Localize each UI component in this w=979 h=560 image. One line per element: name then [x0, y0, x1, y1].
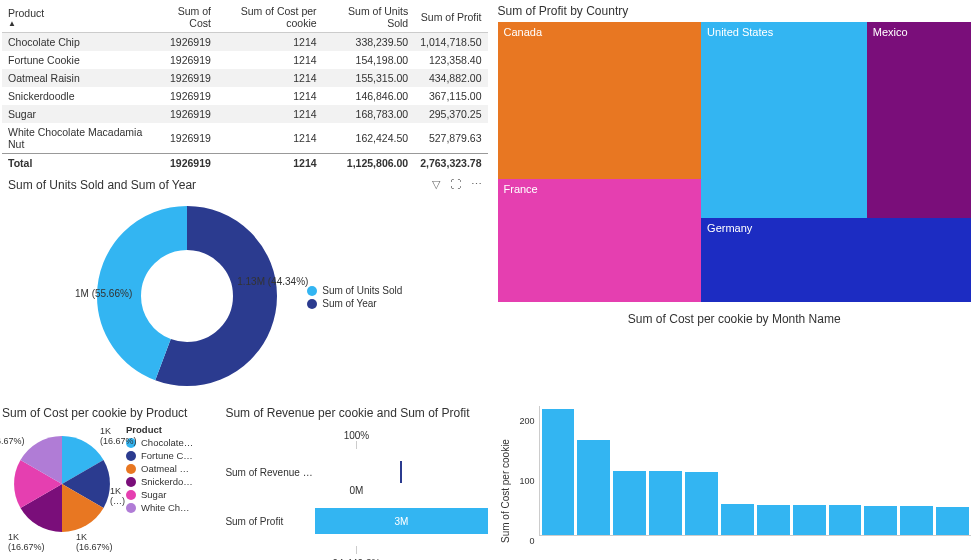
table-cell: 295,370.25 [414, 105, 487, 123]
filter-icon[interactable]: ▽ [432, 178, 440, 191]
donut-label-left: 1M (55.66%) [75, 288, 132, 299]
costbar-bar[interactable] [864, 506, 897, 535]
col-profit[interactable]: Sum of Profit [414, 2, 487, 33]
swatch-icon [126, 464, 136, 474]
costbar-bar[interactable] [829, 505, 862, 535]
funnel-row-label: Sum of Revenue … [225, 467, 315, 478]
pie-slice-label: 1K(16.67%) [76, 532, 113, 552]
pie-title: Sum of Cost per cookie by Product [2, 406, 213, 420]
legend-item[interactable]: Fortune C… [126, 450, 193, 461]
costbar-bar[interactable] [649, 471, 682, 536]
table-row[interactable]: Chocolate Chip19269191214338,239.501,014… [2, 33, 488, 52]
treemap-visual[interactable]: Sum of Profit by Country Canada United S… [490, 0, 980, 402]
table-cell: 338,239.50 [323, 33, 415, 52]
pie-visual[interactable]: Sum of Cost per cookie by Product 1K [0, 402, 215, 560]
donut-label-right: 1.13M (44.34%) [237, 276, 308, 287]
funnel-top-pct: 100% [225, 430, 487, 441]
table-cell: 1926919 [150, 105, 216, 123]
table-cell: 1926919 [150, 154, 216, 173]
pie-slice-label: 1K(16.67%) [8, 532, 45, 552]
table-cell: 1,014,718.50 [414, 33, 487, 52]
table-cell: 154,198.00 [323, 51, 415, 69]
legend-item[interactable]: Oatmeal … [126, 463, 193, 474]
costbar-bar[interactable] [900, 506, 933, 535]
table-cell: White Chocolate Macadamia Nut [2, 123, 150, 154]
funnel-row-label: Sum of Profit [225, 516, 315, 527]
donut-title: Sum of Units Sold and Sum of Year [8, 178, 482, 192]
table-cell: 1926919 [150, 87, 216, 105]
costbar-bar[interactable] [685, 472, 718, 535]
table-total-row: Total192691912141,125,806.002,763,323.78 [2, 154, 488, 173]
swatch-icon [307, 299, 317, 309]
costbar-bars[interactable] [539, 406, 972, 536]
product-table[interactable]: Product▲ Sum of Cost Sum of Cost per coo… [2, 2, 488, 172]
swatch-icon [126, 477, 136, 487]
table-cell: 1926919 [150, 123, 216, 154]
costbar-bar[interactable] [613, 471, 646, 536]
table-cell: 1214 [217, 69, 323, 87]
treemap-chart[interactable]: Canada United States Mexico France Germa… [498, 22, 972, 302]
table-cell: 1926919 [150, 51, 216, 69]
costbar-bar[interactable] [793, 505, 826, 535]
legend-item[interactable]: White Ch… [126, 502, 193, 513]
treemap-cell-germany[interactable]: Germany [701, 218, 971, 302]
table-row[interactable]: Oatmeal Raisin19269191214155,315.00434,8… [2, 69, 488, 87]
table-row[interactable]: White Chocolate Macadamia Nut19269191214… [2, 123, 488, 154]
table-cell: 1214 [217, 33, 323, 52]
swatch-icon [307, 286, 317, 296]
table-cell: 1926919 [150, 69, 216, 87]
table-cell: 168,783.00 [323, 105, 415, 123]
swatch-icon [126, 503, 136, 513]
table-cell: 2,763,323.78 [414, 154, 487, 173]
costbar-bar[interactable] [936, 507, 969, 535]
funnel-title: Sum of Revenue per cookie and Sum of Pro… [225, 406, 487, 420]
treemap-cell-canada[interactable]: Canada [498, 22, 702, 179]
table-cell: 155,315.00 [323, 69, 415, 87]
col-cost-per-cookie[interactable]: Sum of Cost per cookie [217, 2, 323, 33]
costbar-bar[interactable] [757, 505, 790, 535]
table-cell: Oatmeal Raisin [2, 69, 150, 87]
treemap-cell-us[interactable]: United States [701, 22, 867, 218]
table-cell: 146,846.00 [323, 87, 415, 105]
table-cell: Sugar [2, 105, 150, 123]
product-table-visual[interactable]: Product▲ Sum of Cost Sum of Cost per coo… [0, 0, 490, 174]
swatch-icon [126, 451, 136, 461]
col-units-sold[interactable]: Sum of Units Sold [323, 2, 415, 33]
col-product[interactable]: Product▲ [2, 2, 150, 33]
legend-item[interactable]: Snickerdo… [126, 476, 193, 487]
pie-slice-label: 1K(…) [110, 486, 125, 506]
funnel-visual[interactable]: Sum of Revenue per cookie and Sum of Pro… [223, 402, 489, 560]
table-cell: Snickerdoodle [2, 87, 150, 105]
costbar-bar[interactable] [542, 409, 575, 535]
funnel-bar0-label: 0M [225, 485, 487, 496]
col-cost[interactable]: Sum of Cost [150, 2, 216, 33]
legend-item[interactable]: Sum of Units Sold [307, 285, 402, 296]
costbar-visual[interactable]: Sum of Cost per cookie 200 100 0 October… [490, 402, 980, 560]
focus-mode-icon[interactable]: ⛶ [450, 178, 461, 191]
funnel-bar-profit[interactable]: 3M [315, 508, 487, 534]
table-cell: 1214 [217, 87, 323, 105]
more-options-icon[interactable]: ⋯ [471, 178, 482, 191]
funnel-tick [356, 441, 357, 449]
table-cell: 367,115.00 [414, 87, 487, 105]
table-row[interactable]: Fortune Cookie19269191214154,198.00123,3… [2, 51, 488, 69]
table-cell: Fortune Cookie [2, 51, 150, 69]
legend-item[interactable]: Sugar [126, 489, 193, 500]
table-cell: 1214 [217, 154, 323, 173]
legend-item[interactable]: Sum of Year [307, 298, 402, 309]
treemap-cell-france[interactable]: France [498, 179, 702, 302]
donut-visual[interactable]: Sum of Units Sold and Sum of Year ▽ ⛶ ⋯ … [0, 174, 490, 402]
costbar-bar[interactable] [721, 504, 754, 535]
funnel-tick [356, 546, 357, 554]
costbar-title: Sum of Cost per cookie by Month Name [498, 312, 972, 326]
table-cell: 1926919 [150, 33, 216, 52]
funnel-bar-revenue[interactable] [400, 461, 402, 483]
costbar-bar[interactable] [577, 440, 610, 535]
table-row[interactable]: Snickerdoodle19269191214146,846.00367,11… [2, 87, 488, 105]
costbar-yaxis: 200 100 0 [511, 406, 539, 560]
sort-asc-icon: ▲ [8, 19, 144, 28]
treemap-cell-mexico[interactable]: Mexico [867, 22, 971, 218]
donut-legend: Sum of Units Sold Sum of Year [307, 283, 402, 311]
table-row[interactable]: Sugar19269191214168,783.00295,370.25 [2, 105, 488, 123]
pie-slice-label: 1K(16.67%) [0, 426, 25, 446]
